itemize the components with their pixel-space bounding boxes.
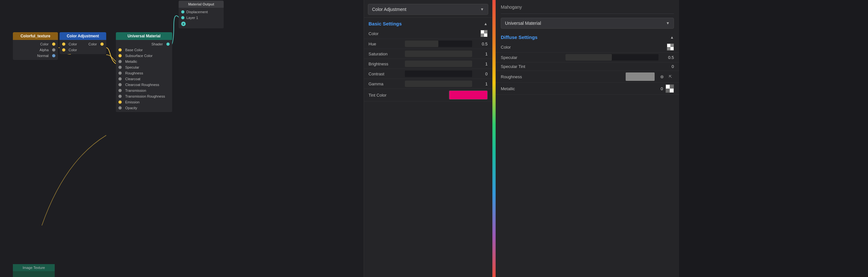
port-color-in-ca: Color Color [60,41,106,47]
port-subsurface-um: Subsurface Color [116,53,172,59]
port-dot-color-in-ca [62,43,65,46]
diffuse-label-metallic: Metallic [501,86,650,91]
port-emission-um: Emission [116,99,172,105]
port-dot-color-out-ca [100,43,104,46]
port-roughness-um: Roughness [116,70,172,76]
port-shader-um: Shader [116,41,172,47]
gamma-value: 1 [475,82,488,86]
port-dot-displacement [181,10,184,13]
port-dot-add: + [181,22,186,26]
panel-divider [501,13,674,14]
gamma-slider[interactable] [405,81,472,87]
setting-label-brightness: Brightness [369,61,402,66]
settings-panel: Color Adjustment ▼ Basic Settings ▲ Colo… [364,0,492,277]
port-specular-um: Specular [116,64,172,70]
roughness-reset-btn[interactable]: ⇱ [667,73,674,80]
diffuse-settings-chevron: ▲ [670,35,674,39]
diffuse-row-color: Color [496,42,679,53]
node-colorful-texture-header: Colorful_texture [13,32,58,40]
universal-material-dropdown[interactable]: Universal Material ▼ [501,18,674,29]
node-universal-material[interactable]: Universal Material Shader Base Color Sub… [116,32,172,112]
node-color-adj-header: Color Adjustment [60,32,106,40]
node-material-output-header: Material Output [179,1,224,8]
node-material-output[interactable]: Material Output Displacement Layer 1 + [179,1,224,28]
setting-label-color: Color [369,31,480,36]
setting-label-contrast: Contrast [369,72,402,76]
node-color-adj-body: Color Color Color [60,40,106,54]
node-image-texture-partial[interactable]: Image Texture [13,264,55,277]
settings-dropdown-label: Color Adjustment [372,7,406,12]
basic-settings-header: Basic Settings ▲ [364,18,492,28]
port-dot-layer1 [181,16,184,19]
universal-material-dropdown-label: Universal Material [505,21,541,26]
node-colorful-texture-body: Color Alpha Normal [13,40,58,60]
hue-value: 0.5 [475,41,488,46]
diffuse-row-roughness: Roughness ⊕ ⇱ [496,71,679,83]
saturation-value: 1 [475,52,488,56]
node-color-adjustment[interactable]: Color Adjustment Color Color Color [60,32,106,54]
settings-dropdown[interactable]: Color Adjustment ▼ [368,4,488,15]
port-dot-color-cf [52,43,55,46]
port-dot-shader-um [166,43,169,46]
port-opacity-um: Opacity [116,105,172,111]
universal-dropdown-chevron: ▼ [666,21,670,25]
setting-row-brightness[interactable]: Brightness 1 [364,59,492,69]
port-alpha-cf: Alpha [13,47,58,53]
port-normal-cf: Normal [13,53,58,59]
brightness-value: 1 [475,61,488,66]
metallic-swatch[interactable] [665,84,674,93]
setting-label-saturation: Saturation [369,52,402,56]
port-color-cf: Color [13,41,58,47]
metallic-value: 0 [650,86,663,91]
contrast-value: 0 [475,72,488,76]
setting-label-gamma: Gamma [369,82,402,86]
basic-settings-title: Basic Settings [369,21,402,26]
port-transmission-um: Transmission [116,88,172,93]
diffuse-color-swatch[interactable] [667,44,674,51]
node-material-output-body: Displacement Layer 1 + [179,8,224,28]
roughness-swatch[interactable] [626,73,655,81]
specular-slider[interactable] [565,54,658,60]
diffuse-label-roughness: Roughness [501,75,626,79]
port-layer1: Layer 1 [179,15,224,21]
color-swatch-icon[interactable] [480,30,488,37]
setting-row-saturation[interactable]: Saturation 1 [364,49,492,59]
specular-value: 0.5 [661,55,674,60]
port-dot-alpha-cf [52,48,55,52]
port-clearcoat-um: Clearcoat [116,76,172,82]
node-colorful-texture[interactable]: Colorful_texture Color Alpha Normal [13,32,58,60]
color-bar-separator [492,0,496,277]
setting-label-hue: Hue [369,41,402,46]
node-universal-material-header: Universal Material [116,32,172,40]
setting-row-tint-color: Tint Color [364,89,492,102]
setting-row-gamma[interactable]: Gamma 1 [364,79,492,89]
setting-row-color: Color [364,28,492,39]
saturation-slider[interactable] [405,51,472,57]
diffuse-panel: Mahogany Universal Material ▼ Diffuse Se… [496,0,679,277]
port-dot-color2-in-ca [62,48,65,52]
brightness-slider[interactable] [405,60,472,67]
specular-tint-value: 0 [661,64,674,69]
contrast-slider[interactable] [405,71,472,77]
diffuse-label-specular-tint: Specular Tint [501,64,661,69]
roughness-crosshair-btn[interactable]: ⊕ [658,73,665,80]
setting-row-hue[interactable]: Hue 0.5 [364,39,492,49]
diffuse-settings-header: Diffuse Settings ▲ [496,31,679,42]
port-dot-normal-cf [52,54,55,57]
tint-color-swatch[interactable] [449,90,488,100]
settings-dropdown-chevron: ▼ [480,7,484,11]
node-universal-material-body: Shader Base Color Subsurface Color Metal… [116,40,172,112]
port-color2-in-ca: Color [60,47,106,53]
port-add: + [179,21,224,27]
diffuse-row-specular-tint[interactable]: Specular Tint 0 [496,62,679,71]
port-basecolor-um: Base Color [116,47,172,53]
diffuse-row-metallic: Metallic 0 [496,83,679,95]
basic-settings-chevron: ▲ [484,22,488,26]
node-editor: Material Output Displacement Layer 1 + C… [0,0,364,277]
diffuse-label-specular: Specular [501,55,563,60]
diffuse-row-specular[interactable]: Specular 0.5 [496,53,679,62]
setting-row-contrast[interactable]: Contrast 0 [364,69,492,79]
material-name: Mahogany [496,0,679,12]
hue-slider[interactable] [405,40,472,47]
diffuse-settings-title: Diffuse Settings [501,34,537,40]
